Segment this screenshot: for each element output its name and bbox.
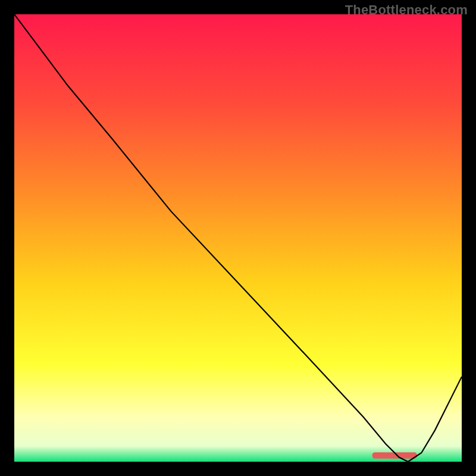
- chart-stage: TheBottleneck.com: [0, 0, 476, 476]
- bottleneck-chart: [14, 14, 462, 462]
- heat-background: [14, 14, 462, 462]
